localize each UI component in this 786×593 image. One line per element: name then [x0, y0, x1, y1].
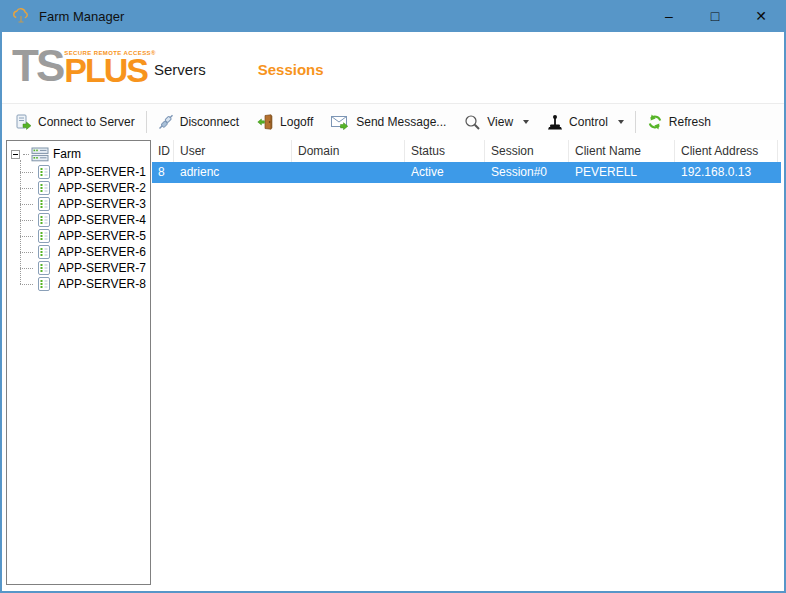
close-button[interactable]: ✕	[738, 0, 784, 32]
tree-item-app-server-4[interactable]: APP-SERVER-4	[11, 212, 150, 228]
maximize-button[interactable]: □	[692, 0, 738, 32]
tree-item-app-server-1[interactable]: APP-SERVER-1	[11, 164, 150, 180]
tree-item-label: APP-SERVER-7	[58, 261, 146, 275]
tree-root-label: Farm	[53, 147, 81, 161]
column-header-client-address[interactable]: Client Address	[675, 140, 778, 162]
server-icon	[38, 277, 50, 291]
server-icon	[38, 165, 50, 179]
refresh-button[interactable]: Refresh	[638, 108, 720, 136]
logo-plus: PLUS	[64, 57, 156, 84]
view-dropdown-arrow[interactable]	[523, 120, 529, 124]
server-icon	[38, 197, 50, 211]
logo-ts: TS	[12, 48, 62, 84]
server-connect-icon	[15, 114, 32, 131]
joystick-control-icon	[547, 114, 563, 130]
cell-status: Active	[405, 162, 485, 183]
cell-client-address: 192.168.0.13	[675, 162, 778, 183]
connect-to-server-button[interactable]: Connect to Server	[6, 108, 144, 136]
control-label: Control	[569, 115, 608, 129]
view-label: View	[487, 115, 513, 129]
brand-bar: TS SECURE REMOTE ACCESS® PLUS Servers Se…	[2, 32, 784, 103]
collapse-expander-icon[interactable]	[11, 150, 20, 159]
minimize-button[interactable]: –	[646, 0, 692, 32]
tree-item-app-server-8[interactable]: APP-SERVER-8	[11, 276, 150, 292]
main-tabs: Servers Sessions	[154, 61, 324, 78]
tab-servers[interactable]: Servers	[154, 61, 206, 78]
column-header-domain[interactable]: Domain	[292, 140, 405, 162]
control-button[interactable]: Control	[538, 108, 633, 136]
envelope-send-icon	[331, 114, 350, 130]
logoff-button[interactable]: Logoff	[248, 108, 322, 136]
server-icon	[38, 181, 50, 195]
tree-item-label: APP-SERVER-4	[58, 213, 146, 227]
toolbar-separator	[635, 111, 636, 133]
column-header-session[interactable]: Session	[485, 140, 569, 162]
farm-tree-panel: Farm APP-SERVER-1	[6, 140, 151, 585]
cell-session: Session#0	[485, 162, 569, 183]
logoff-label: Logoff	[280, 115, 313, 129]
server-icon	[38, 213, 50, 227]
farm-manager-window: Farm Manager – □ ✕ TS SECURE REMOTE ACCE…	[0, 0, 786, 593]
tree-item-app-server-6[interactable]: APP-SERVER-6	[11, 244, 150, 260]
tree-children: APP-SERVER-1 APP-SERVER-2	[11, 164, 150, 292]
server-icon	[38, 261, 50, 275]
app-cloud-icon	[11, 7, 31, 25]
toolbar-separator	[146, 111, 147, 133]
tree-item-app-server-7[interactable]: APP-SERVER-7	[11, 260, 150, 276]
tree-item-app-server-2[interactable]: APP-SERVER-2	[11, 180, 150, 196]
column-header-user[interactable]: User	[174, 140, 292, 162]
cell-client-name: PEVERELL	[569, 162, 675, 183]
tree-item-label: APP-SERVER-1	[58, 165, 146, 179]
window-title: Farm Manager	[39, 9, 124, 24]
plug-disconnect-icon	[158, 114, 174, 130]
tree-item-label: APP-SERVER-8	[58, 277, 146, 291]
tsplus-logo: TS SECURE REMOTE ACCESS® PLUS	[12, 48, 156, 84]
tree-item-app-server-5[interactable]: APP-SERVER-5	[11, 228, 150, 244]
column-header-client-name[interactable]: Client Name	[569, 140, 675, 162]
tab-sessions[interactable]: Sessions	[258, 61, 324, 78]
window-controls: – □ ✕	[646, 0, 784, 32]
tree-root-farm[interactable]: Farm	[11, 145, 150, 163]
tree-item-label: APP-SERVER-5	[58, 229, 146, 243]
send-message-button[interactable]: Send Message...	[322, 108, 455, 136]
farm-icon	[31, 147, 49, 162]
main-area: Farm APP-SERVER-1	[2, 140, 784, 591]
view-button[interactable]: View	[455, 108, 538, 136]
column-header-id[interactable]: ID	[152, 140, 174, 162]
server-icon	[38, 245, 50, 259]
disconnect-button[interactable]: Disconnect	[149, 108, 248, 136]
session-row-selected[interactable]: 8 adrienc Active Session#0 PEVERELL 192.…	[152, 162, 781, 183]
control-dropdown-arrow[interactable]	[618, 120, 624, 124]
disconnect-label: Disconnect	[180, 115, 239, 129]
refresh-icon	[647, 114, 663, 130]
cell-id: 8	[152, 162, 174, 183]
tree-item-app-server-3[interactable]: APP-SERVER-3	[11, 196, 150, 212]
title-bar: Farm Manager – □ ✕	[2, 0, 784, 32]
tree-item-label: APP-SERVER-6	[58, 245, 146, 259]
tree-item-label: APP-SERVER-2	[58, 181, 146, 195]
connect-to-server-label: Connect to Server	[38, 115, 135, 129]
column-header-status[interactable]: Status	[405, 140, 485, 162]
toolbar: Connect to Server Disconnect Logoff	[2, 103, 784, 140]
sessions-list-header: ID User Domain Status Session Client Nam…	[152, 140, 781, 162]
sessions-list: ID User Domain Status Session Client Nam…	[152, 140, 781, 589]
send-message-label: Send Message...	[356, 115, 446, 129]
cell-domain	[292, 162, 405, 183]
tree-item-label: APP-SERVER-3	[58, 197, 146, 211]
magnifier-view-icon	[464, 114, 481, 131]
logoff-door-icon	[257, 114, 274, 130]
refresh-label: Refresh	[669, 115, 711, 129]
server-icon	[38, 229, 50, 243]
cell-user: adrienc	[174, 162, 292, 183]
